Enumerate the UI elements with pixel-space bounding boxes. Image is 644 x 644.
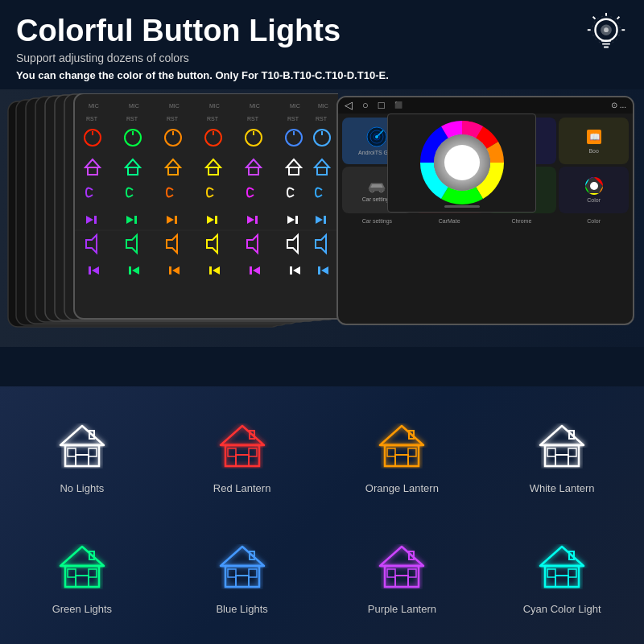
main-device-screen: ◁ ○ □ ⬛ ⊙ ... AndroITS GP... — [336, 96, 634, 325]
svg-rect-124 — [444, 205, 480, 208]
svg-text:RST: RST — [207, 116, 219, 122]
svg-rect-171 — [547, 569, 555, 577]
blue-lights-label: Blue Lights — [216, 603, 267, 615]
cyan-color-light-label: Cyan Color Light — [523, 603, 601, 615]
green-lights-icon — [54, 540, 110, 597]
svg-rect-87 — [209, 266, 212, 275]
home-nav[interactable]: ○ — [362, 99, 369, 111]
svg-text:RST: RST — [316, 116, 328, 122]
svg-text:RST: RST — [287, 116, 299, 122]
svg-rect-140 — [395, 455, 408, 466]
svg-rect-142 — [408, 448, 416, 456]
page-note: You can change the color of the button. … — [16, 69, 628, 81]
no-lights-label: No Lights — [60, 482, 104, 494]
svg-marker-149 — [60, 547, 104, 566]
device-area: MIC MIC MIC MIC MIC MIC MIC RST RST RST … — [0, 89, 644, 347]
lights-section: No Lights Red Lantern — [0, 386, 644, 644]
header-section: Colorful Button Lights Support adjusting… — [0, 0, 644, 89]
light-option-purple-lantern[interactable]: Purple Lantern — [324, 519, 481, 636]
green-lights-label: Green Lights — [52, 603, 112, 615]
svg-rect-130 — [89, 448, 97, 456]
svg-rect-91 — [290, 266, 292, 275]
svg-rect-62 — [134, 216, 137, 224]
svg-marker-155 — [221, 547, 264, 566]
svg-text:MIC: MIC — [169, 103, 180, 109]
blue-lights-icon — [214, 540, 270, 597]
orange-lantern-icon — [374, 419, 430, 476]
color-wheel-overlay[interactable] — [387, 114, 536, 213]
svg-marker-137 — [380, 426, 423, 445]
status-icons: ⊙ ... — [611, 101, 626, 109]
svg-rect-164 — [395, 576, 408, 587]
svg-rect-68 — [255, 216, 258, 224]
page-subtitle: Support adjusting dozens of colors — [16, 52, 628, 64]
svg-rect-148 — [568, 448, 576, 456]
svg-rect-153 — [68, 569, 76, 577]
svg-text:RST: RST — [167, 116, 179, 122]
light-option-red-lantern[interactable]: Red Lantern — [164, 398, 320, 515]
red-lantern-icon — [214, 419, 270, 476]
svg-rect-60 — [94, 216, 97, 224]
svg-rect-170 — [555, 576, 568, 587]
svg-rect-129 — [68, 448, 76, 456]
svg-point-7 — [604, 27, 609, 32]
svg-rect-135 — [228, 448, 236, 456]
svg-marker-131 — [221, 426, 264, 445]
svg-text:MIC: MIC — [250, 103, 260, 109]
tablets-stack: MIC MIC MIC MIC MIC MIC MIC RST RST RST … — [0, 93, 338, 339]
svg-text:MIC: MIC — [318, 103, 328, 109]
svg-marker-161 — [380, 547, 423, 566]
svg-marker-167 — [540, 547, 584, 566]
svg-text:📖: 📖 — [589, 131, 601, 142]
svg-rect-172 — [568, 569, 576, 577]
svg-rect-66 — [215, 216, 217, 224]
light-option-green-lights[interactable]: Green Lights — [4, 519, 160, 636]
svg-rect-166 — [408, 569, 416, 577]
svg-rect-154 — [89, 569, 97, 577]
app-boo[interactable]: 📖 Boo — [559, 118, 629, 164]
svg-rect-152 — [76, 576, 89, 587]
cyan-color-light-icon — [534, 540, 590, 597]
svg-point-120 — [590, 182, 598, 190]
svg-rect-64 — [175, 216, 177, 224]
svg-text:RST: RST — [247, 116, 259, 122]
purple-lantern-icon — [374, 540, 430, 597]
svg-point-123 — [444, 145, 480, 180]
white-lantern-label: White Lantern — [530, 482, 595, 494]
svg-rect-165 — [387, 569, 395, 577]
no-lights-icon — [54, 419, 110, 476]
app-label-8: Color — [587, 197, 601, 203]
bulb-icon — [583, 11, 630, 58]
app-color[interactable]: Color — [559, 167, 629, 213]
svg-rect-136 — [249, 448, 257, 456]
svg-rect-112 — [369, 188, 386, 191]
svg-text:MIC: MIC — [209, 103, 220, 109]
light-option-orange-lantern[interactable]: Orange Lantern — [324, 398, 481, 515]
svg-rect-70 — [295, 216, 298, 224]
white-lantern-icon — [534, 419, 590, 476]
orange-lantern-label: Orange Lantern — [365, 482, 439, 494]
page-title: Colorful Button Lights — [16, 14, 628, 48]
svg-rect-81 — [89, 266, 91, 275]
svg-rect-93 — [318, 266, 320, 275]
dot-nav[interactable]: ⬛ — [394, 101, 402, 111]
svg-marker-143 — [540, 426, 584, 445]
svg-line-5 — [617, 17, 620, 19]
stacked-tablets: MIC MIC MIC MIC MIC MIC MIC RST RST RST … — [0, 93, 338, 339]
light-option-cyan-color-light[interactable]: Cyan Color Light — [484, 519, 640, 636]
svg-rect-147 — [547, 448, 555, 456]
purple-lantern-label: Purple Lantern — [368, 603, 436, 615]
svg-text:RST: RST — [126, 116, 138, 122]
recent-nav[interactable]: □ — [378, 99, 385, 111]
back-nav[interactable]: ◁ — [345, 99, 353, 111]
light-option-no-lights[interactable]: No Lights — [4, 398, 160, 515]
svg-rect-158 — [236, 576, 249, 587]
svg-text:MIC: MIC — [129, 103, 139, 109]
svg-marker-125 — [60, 426, 104, 445]
svg-rect-89 — [250, 266, 252, 275]
light-option-blue-lights[interactable]: Blue Lights — [164, 519, 320, 636]
svg-rect-83 — [129, 266, 131, 275]
svg-line-4 — [593, 17, 596, 19]
light-option-white-lantern[interactable]: White Lantern — [484, 398, 640, 515]
nav-bar: ◁ ○ □ ⬛ — [345, 99, 402, 111]
